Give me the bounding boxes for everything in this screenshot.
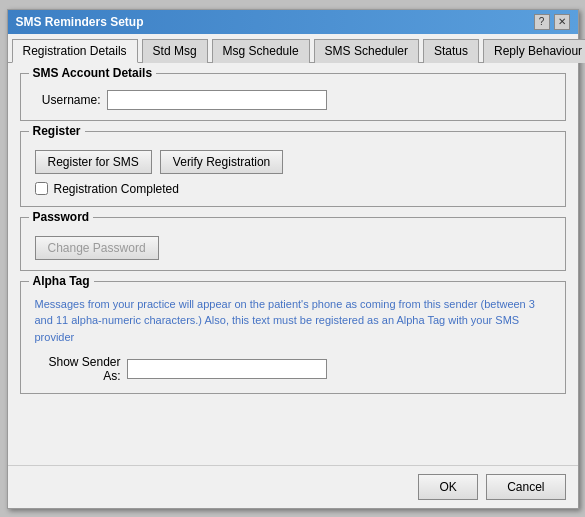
tab-reply-behaviour[interactable]: Reply Behaviour (483, 39, 585, 63)
tab-bar: Registration Details Std Msg Msg Schedul… (8, 34, 578, 63)
register-section: Register Register for SMS Verify Registr… (20, 131, 566, 207)
register-title: Register (29, 124, 85, 138)
password-title: Password (29, 210, 94, 224)
window-title: SMS Reminders Setup (16, 15, 144, 29)
registration-completed-checkbox[interactable] (35, 182, 48, 195)
help-button[interactable]: ? (534, 14, 550, 30)
title-bar: SMS Reminders Setup ? ✕ (8, 10, 578, 34)
verify-registration-button[interactable]: Verify Registration (160, 150, 283, 174)
content-area: SMS Account Details Username: Register R… (8, 63, 578, 465)
tab-sms-scheduler[interactable]: SMS Scheduler (314, 39, 419, 63)
cancel-button[interactable]: Cancel (486, 474, 565, 500)
show-sender-row: Show Sender As: (31, 355, 555, 383)
footer: OK Cancel (8, 465, 578, 508)
username-label: Username: (31, 93, 101, 107)
alpha-tag-section: Alpha Tag Messages from your practice wi… (20, 281, 566, 395)
change-password-button[interactable]: Change Password (35, 236, 159, 260)
registration-completed-label: Registration Completed (54, 182, 179, 196)
window-controls: ? ✕ (534, 14, 570, 30)
alpha-tag-title: Alpha Tag (29, 274, 94, 288)
sms-account-title: SMS Account Details (29, 66, 157, 80)
password-button-row: Change Password (35, 236, 555, 260)
username-row: Username: (31, 90, 555, 110)
username-input[interactable] (107, 90, 327, 110)
tab-msg-schedule[interactable]: Msg Schedule (212, 39, 310, 63)
ok-button[interactable]: OK (418, 474, 478, 500)
show-sender-label: Show Sender As: (31, 355, 121, 383)
register-button-row: Register for SMS Verify Registration (35, 150, 555, 174)
registration-completed-row: Registration Completed (35, 182, 555, 196)
password-section: Password Change Password (20, 217, 566, 271)
tab-std-msg[interactable]: Std Msg (142, 39, 208, 63)
show-sender-input[interactable] (127, 359, 327, 379)
tab-status[interactable]: Status (423, 39, 479, 63)
alpha-tag-info: Messages from your practice will appear … (35, 296, 555, 346)
sms-account-section: SMS Account Details Username: (20, 73, 566, 121)
main-window: SMS Reminders Setup ? ✕ Registration Det… (7, 9, 579, 509)
tab-registration-details[interactable]: Registration Details (12, 39, 138, 63)
close-button[interactable]: ✕ (554, 14, 570, 30)
register-for-sms-button[interactable]: Register for SMS (35, 150, 152, 174)
